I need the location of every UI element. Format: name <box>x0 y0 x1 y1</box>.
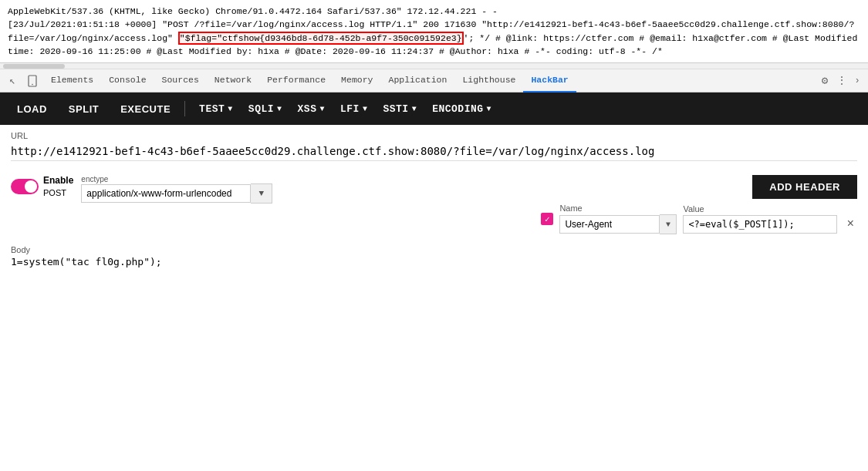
header-close-button[interactable]: × <box>843 217 857 231</box>
enable-label: Enable <box>43 175 73 187</box>
encoding-dropdown[interactable]: ENCODING ▼ <box>423 99 495 119</box>
test-dropdown[interactable]: TEST ▼ <box>190 99 236 119</box>
ssti-dropdown[interactable]: SSTI ▼ <box>373 99 420 119</box>
url-value[interactable]: http://e1412921-bef1-4c43-b6ef-5aaee5cc0… <box>11 142 857 161</box>
name-select-row: ▼ <box>559 214 677 234</box>
ssti-dropdown-arrow: ▼ <box>412 105 417 113</box>
enctype-select-row: application/x-www-form-urlencoded multip… <box>81 183 272 204</box>
log-highlight-flag: "$flag="ctfshow{d9346bd8-6d78-452b-a9f7-… <box>178 32 464 45</box>
xss-dropdown[interactable]: XSS ▼ <box>289 99 328 119</box>
header-value-input[interactable] <box>683 215 837 234</box>
enctype-label: enctype <box>81 175 272 183</box>
value-field-section: Value <box>683 204 837 234</box>
enable-toggle-container: Enable POST <box>11 175 73 198</box>
tab-lighthouse[interactable]: Lighthouse <box>454 69 523 93</box>
more-options-icon[interactable]: ⋮ <box>834 72 849 90</box>
enctype-dropdown-arrow[interactable]: ▼ <box>251 183 272 204</box>
body-section: Body 1=system("tac fl0g.php"); <box>11 245 857 267</box>
tab-performance[interactable]: Performance <box>259 69 333 93</box>
test-dropdown-arrow: ▼ <box>228 105 233 113</box>
tab-console[interactable]: Console <box>101 69 154 93</box>
header-name-input[interactable] <box>559 215 660 234</box>
tab-sources[interactable]: Sources <box>154 69 207 93</box>
log-text-1: AppleWebKit/537.36 (KHTML, like Gecko) C… <box>8 6 498 16</box>
middle-row: Enable POST enctype application/x-www-fo… <box>11 175 857 234</box>
enable-toggle[interactable] <box>11 179 39 194</box>
tab-application[interactable]: Application <box>381 69 455 93</box>
split-button[interactable]: SPLIT <box>59 99 108 119</box>
lfi-dropdown[interactable]: LFI ▼ <box>331 99 370 119</box>
name-field-section: Name ▼ <box>559 204 677 234</box>
lfi-dropdown-arrow: ▼ <box>363 105 368 113</box>
sqli-dropdown-arrow: ▼ <box>277 105 282 113</box>
add-header-button[interactable]: ADD HEADER <box>752 175 857 199</box>
body-label: Body <box>11 245 857 254</box>
devtools-tabbar: ↖ Elements Console Sources Network Perfo… <box>0 69 868 93</box>
header-checkbox[interactable]: ✓ <box>541 213 553 225</box>
mobile-icon[interactable] <box>23 72 42 90</box>
tab-elements[interactable]: Elements <box>43 69 101 93</box>
enctype-section: enctype application/x-www-form-urlencode… <box>81 175 272 204</box>
name-label: Name <box>559 204 677 213</box>
tab-memory[interactable]: Memory <box>333 69 380 93</box>
svg-point-1 <box>32 83 33 85</box>
hackbar-toolbar: LOAD SPLIT EXECUTE TEST ▼ SQLI ▼ XSS ▼ L… <box>0 93 868 125</box>
url-label: URL <box>11 131 857 140</box>
scrollbar-thumb[interactable] <box>3 64 65 69</box>
divider-1 <box>184 101 185 116</box>
execute-button[interactable]: EXECUTE <box>111 99 180 119</box>
settings-icon[interactable]: ⚙ <box>816 72 834 90</box>
xss-dropdown-arrow: ▼ <box>319 105 325 113</box>
load-button[interactable]: LOAD <box>8 99 56 119</box>
post-label: POST <box>43 187 73 198</box>
cursor-icon[interactable]: ↖ <box>3 72 22 90</box>
encoding-dropdown-arrow: ▼ <box>487 105 492 113</box>
hackbar-content: URL http://e1412921-bef1-4c43-b6ef-5aaee… <box>0 125 868 275</box>
tab-network[interactable]: Network <box>207 69 259 93</box>
log-area: AppleWebKit/537.36 (KHTML, like Gecko) C… <box>0 0 868 63</box>
body-value[interactable]: 1=system("tac fl0g.php"); <box>11 256 857 267</box>
url-section: URL http://e1412921-bef1-4c43-b6ef-5aaee… <box>11 131 857 161</box>
tab-hackbar[interactable]: HackBar <box>523 69 576 93</box>
sqli-dropdown[interactable]: SQLI ▼ <box>239 99 285 119</box>
value-label: Value <box>683 204 837 214</box>
chevron-right-icon[interactable]: › <box>849 72 865 90</box>
header-name-dropdown-arrow[interactable]: ▼ <box>660 214 677 234</box>
header-row: ✓ Name ▼ Value × <box>535 204 857 234</box>
enctype-select[interactable]: application/x-www-form-urlencoded multip… <box>81 184 251 203</box>
